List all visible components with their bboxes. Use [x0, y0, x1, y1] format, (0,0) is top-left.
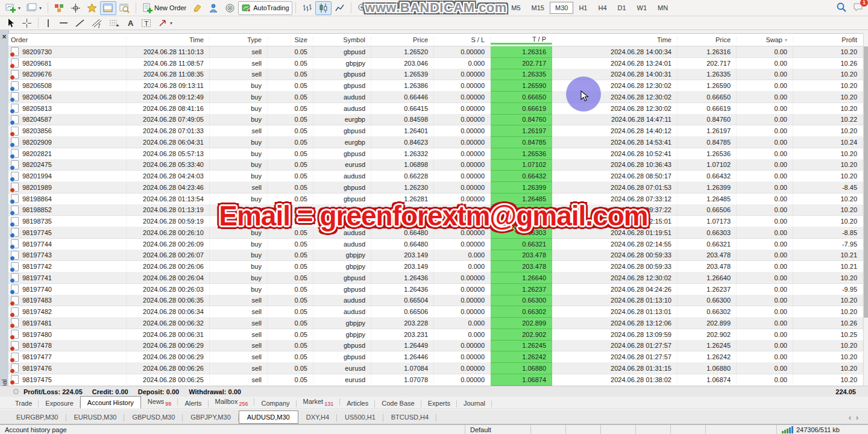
metaeditor-button[interactable]	[189, 1, 206, 15]
table-row[interactable]: 982065042024.06.28 09:12:49buy0.05audusd…	[8, 92, 863, 103]
history-table-header[interactable]: OrderTimeTypeSizeSymbolPriceS / LT / PTi…	[8, 33, 863, 46]
tab-exposure[interactable]: Exposure	[39, 398, 80, 409]
header-cell-0[interactable]: Order	[8, 36, 127, 43]
header-cell-8[interactable]: Time	[552, 36, 678, 43]
navigator-button[interactable]	[84, 1, 100, 15]
scrollbar-thumb[interactable]	[864, 46, 868, 318]
gann-grid-tool[interactable]	[105, 16, 123, 30]
strategy-tester-button[interactable]	[116, 1, 133, 15]
tab-articles[interactable]: Articles	[340, 398, 375, 409]
table-row[interactable]: 982045872024.06.28 07:49:05buy0.05eurgbp…	[8, 115, 863, 126]
table-row[interactable]: 981974822024.06.28 00:06:34sell0.05audus…	[8, 306, 863, 318]
header-cell-1[interactable]: Time	[127, 36, 210, 43]
table-row[interactable]: 982019942024.06.28 04:24:03buy0.05audusd…	[8, 171, 863, 182]
timeframe-button-w1[interactable]: W1	[632, 2, 653, 14]
expert-advisors-button[interactable]	[206, 1, 222, 15]
timeframe-button-m15[interactable]: M15	[526, 2, 550, 14]
header-cell-10[interactable]: Swap▾	[737, 36, 793, 43]
table-row[interactable]: 981974802024.06.28 00:06:31sell0.05gbpjp…	[8, 329, 863, 341]
table-row[interactable]: 982096762024.06.28 11:08:35sell0.05gbpus…	[8, 69, 863, 81]
text-tool[interactable]: A	[123, 16, 138, 30]
tab-account-history[interactable]: Account History	[80, 396, 141, 409]
chart-tab-eurgbp-m30[interactable]: EURGBP,M30	[8, 411, 66, 423]
vertical-scrollbar[interactable]	[863, 33, 868, 386]
table-row[interactable]: 981974782024.06.28 00:06:29sell0.05gbpus…	[8, 341, 863, 352]
table-row[interactable]: 981974832024.06.28 00:06:35sell0.05audus…	[8, 295, 863, 307]
bar-chart-button[interactable]	[299, 1, 315, 15]
terminal-button[interactable]	[100, 1, 116, 15]
autotrading-button[interactable]: AutoTrading	[238, 1, 292, 15]
table-row[interactable]: 982058132024.06.28 08:41:16buy0.05audusd…	[8, 103, 863, 115]
sounds-button[interactable]	[222, 1, 238, 15]
new-chart-button[interactable]: ▾	[2, 1, 24, 15]
chart-tab-gbpusd-m30[interactable]: GBPUSD,M30	[124, 411, 183, 423]
chart-tab-bar: EURGBP,M30EURUSD,M30GBPUSD,M30GBPJPY,M30…	[0, 409, 868, 424]
table-row[interactable]: 981974762024.06.28 00:06:26sell0.05eurus…	[8, 363, 863, 374]
table-row[interactable]: 982096812024.06.28 11:08:57sell0.05gbpjp…	[8, 58, 863, 69]
market-watch-button[interactable]	[51, 1, 68, 15]
table-row[interactable]: 981977412024.06.28 00:26:04buy0.05gbpusd…	[8, 272, 863, 284]
close-icon[interactable]: ×	[1, 34, 8, 41]
table-row[interactable]: 982038562024.06.28 07:01:33sell0.05gbpus…	[8, 125, 863, 137]
chart-tab-scroll-arrows[interactable]: ‹›	[849, 414, 863, 422]
header-cell-4[interactable]: Symbol	[313, 36, 371, 43]
tab-experts[interactable]: Experts	[421, 398, 457, 409]
table-row[interactable]: 981977432024.06.28 00:26:07buy0.05gbpjpy…	[8, 250, 863, 262]
tab-company[interactable]: Company	[254, 398, 296, 409]
header-cell-7[interactable]: T / P	[491, 36, 552, 45]
horizontal-line-tool[interactable]	[55, 17, 72, 29]
header-cell-9[interactable]: Price	[678, 36, 737, 43]
table-row[interactable]: 981977442024.06.28 00:26:09buy0.05audusd…	[8, 239, 863, 250]
table-row[interactable]: 981977402024.06.28 00:26:03buy0.05gbpusd…	[8, 284, 863, 295]
table-row[interactable]: 982019892024.06.28 04:23:46sell0.05gbpus…	[8, 182, 863, 193]
shapes-tool[interactable]: ▾	[155, 16, 175, 30]
timeframe-button-h1[interactable]: H1	[573, 2, 593, 14]
chart-tab-btcusd-h4[interactable]: BTCUSD,H4	[383, 411, 436, 423]
row-cell-9: 203.478	[678, 250, 737, 262]
timeframe-button-m30[interactable]: M30	[550, 2, 573, 14]
notifications-button[interactable]: 1	[853, 2, 864, 14]
table-row[interactable]: 981974752024.06.28 00:06:25sell0.05eurus…	[8, 374, 863, 386]
new-order-button[interactable]: New Order	[139, 1, 189, 15]
chart-tab-dxy-h4[interactable]: DXY,H4	[298, 411, 337, 423]
crosshair-tool-button[interactable]	[19, 16, 35, 30]
table-row[interactable]: 982024752024.06.28 05:33:40buy0.05eurusd…	[8, 160, 863, 171]
text-label-tool[interactable]: T	[138, 16, 155, 30]
chart-tab-eurusd-m30[interactable]: EURUSD,M30	[66, 411, 125, 423]
timeframe-button-h4[interactable]: H4	[593, 2, 612, 14]
data-window-button[interactable]	[68, 1, 84, 15]
tab-market[interactable]: Market131	[297, 396, 341, 409]
table-row[interactable]: 982028212024.06.28 05:57:13buy0.05gbpusd…	[8, 148, 863, 160]
candlestick-chart-button[interactable]	[315, 1, 332, 15]
line-chart-button[interactable]	[332, 1, 348, 15]
tab-mailbox[interactable]: Mailbox256	[209, 396, 255, 409]
tab-alerts[interactable]: Alerts	[178, 398, 208, 409]
chart-tab-audusd-m30[interactable]: AUDUSD,M30	[239, 410, 298, 424]
tab-news[interactable]: News99	[141, 396, 178, 409]
table-row[interactable]: 982029092024.06.28 06:04:31buy0.05eurgbp…	[8, 137, 863, 148]
table-row[interactable]: 981974812024.06.28 00:06:32sell0.05gbpjp…	[8, 318, 863, 329]
header-cell-5[interactable]: Price	[371, 36, 434, 43]
timeframe-button-d1[interactable]: D1	[612, 2, 632, 14]
profiles-button[interactable]: ▾	[24, 1, 45, 15]
tab-journal[interactable]: Journal	[457, 398, 492, 409]
table-row[interactable]: 981977422024.06.28 00:26:06buy0.05gbpjpy…	[8, 261, 863, 272]
table-row[interactable]: 982097302024.06.28 11:10:13sell0.05gbpus…	[8, 46, 863, 58]
chart-tab-us500-h1[interactable]: US500,H1	[337, 411, 383, 423]
chart-tab-gbpjpy-m30[interactable]: GBPJPY,M30	[183, 411, 238, 423]
table-row[interactable]: 982065082024.06.28 09:13:11buy0.05gbpusd…	[8, 80, 863, 92]
header-cell-3[interactable]: Size	[268, 36, 313, 43]
status-profile[interactable]: Default	[465, 425, 531, 434]
header-cell-2[interactable]: Type	[210, 36, 268, 43]
vertical-line-tool[interactable]	[42, 16, 55, 30]
header-cell-11[interactable]: Profit	[793, 36, 863, 43]
header-cell-6[interactable]: S / L	[434, 36, 491, 43]
cursor-tool-button[interactable]	[4, 16, 19, 30]
fibonacci-tool[interactable]: ƒ	[88, 16, 105, 30]
tab-code-base[interactable]: Code Base	[375, 398, 421, 409]
trendline-tool[interactable]	[72, 16, 88, 30]
search-icon[interactable]	[836, 2, 847, 14]
tab-trade[interactable]: Trade	[8, 398, 39, 409]
timeframe-button-mn[interactable]: MN	[652, 2, 673, 14]
table-row[interactable]: 981974772024.06.28 00:06:29sell0.05gbpus…	[8, 351, 863, 363]
